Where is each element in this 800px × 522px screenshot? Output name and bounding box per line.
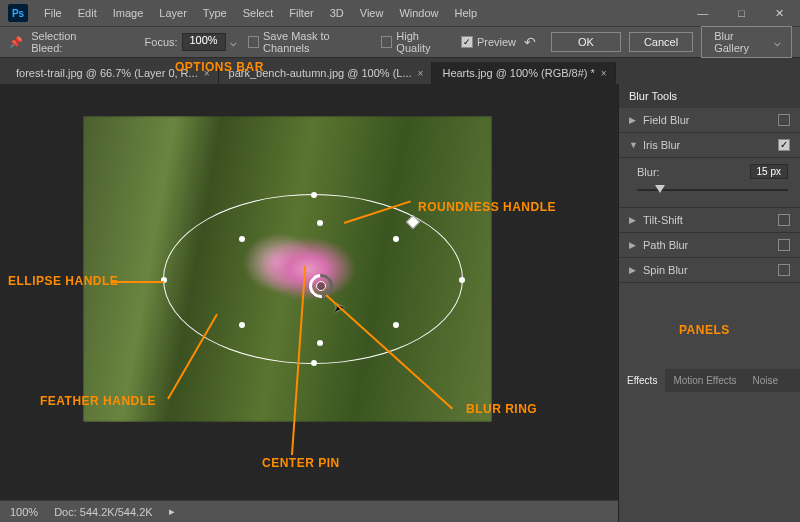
- chevron-right-icon[interactable]: ▸: [169, 505, 175, 518]
- anno-ellipse: ELLIPSE HANDLE: [8, 274, 118, 288]
- cancel-button[interactable]: Cancel: [629, 32, 693, 52]
- anno-roundness: ROUNDNESS HANDLE: [418, 200, 556, 214]
- ellipse-handle[interactable]: [311, 360, 317, 366]
- tab-close-icon[interactable]: ×: [418, 68, 424, 79]
- tab-hearts[interactable]: Hearts.jpg @ 100% (RGB/8#) *×: [432, 62, 615, 84]
- anno-blur-ring: BLUR RING: [466, 402, 537, 416]
- panel-title: Blur Tools: [619, 84, 800, 108]
- chevron-down-icon: ⌵: [774, 36, 781, 49]
- maximize-icon[interactable]: □: [730, 3, 753, 24]
- menu-help[interactable]: Help: [447, 3, 486, 23]
- status-bar: 100% Doc: 544.2K/544.2K ▸: [0, 500, 618, 522]
- focus-dropdown-icon[interactable]: ⌵: [230, 36, 240, 49]
- bottom-panel-tabs: Effects Motion Effects Noise: [619, 369, 800, 392]
- bottom-panel-body: [619, 392, 800, 522]
- tab-close-icon[interactable]: ×: [601, 68, 607, 79]
- menubar: Ps File Edit Image Layer Type Select Fil…: [0, 0, 800, 26]
- preview-checkbox[interactable]: ✓Preview: [461, 36, 516, 48]
- field-blur-accordion[interactable]: ▶Field Blur: [619, 108, 800, 133]
- tab-effects[interactable]: Effects: [619, 369, 665, 392]
- focus-label: Focus:: [145, 36, 178, 48]
- pin-center[interactable]: [316, 281, 326, 291]
- focus-input[interactable]: 100%: [182, 33, 226, 51]
- menu-type[interactable]: Type: [195, 3, 235, 23]
- anno-feather: FEATHER HANDLE: [40, 394, 156, 408]
- slider-thumb[interactable]: [655, 185, 665, 193]
- save-mask-checkbox[interactable]: Save Mask to Channels: [248, 30, 373, 54]
- doc-size: 544.2K/544.2K: [80, 506, 153, 518]
- ok-button[interactable]: OK: [551, 32, 621, 52]
- blur-slider[interactable]: [637, 183, 788, 197]
- tab-motion[interactable]: Motion Effects: [665, 369, 744, 392]
- menu-image[interactable]: Image: [105, 3, 152, 23]
- spin-blur-accordion[interactable]: ▶Spin Blur: [619, 258, 800, 283]
- anno-center-pin: CENTER PIN: [262, 456, 340, 470]
- menu-view[interactable]: View: [352, 3, 392, 23]
- ellipse-handle[interactable]: [311, 192, 317, 198]
- menu-edit[interactable]: Edit: [70, 3, 105, 23]
- menu-filter[interactable]: Filter: [281, 3, 321, 23]
- menu-3d[interactable]: 3D: [322, 3, 352, 23]
- iris-blur-accordion[interactable]: ▼Iris Blur: [619, 133, 800, 158]
- canvas[interactable]: ➤: [83, 116, 492, 422]
- blur-gallery-dropdown[interactable]: Blur Gallery⌵: [701, 26, 792, 58]
- selection-bleed-label: Selection Bleed:: [31, 30, 106, 54]
- feather-handle[interactable]: [239, 236, 245, 242]
- tab-noise[interactable]: Noise: [745, 369, 787, 392]
- options-bar: 📌 Selection Bleed: Focus: 100% ⌵ Save Ma…: [0, 26, 800, 58]
- menu-select[interactable]: Select: [235, 3, 282, 23]
- high-quality-checkbox[interactable]: High Quality: [381, 30, 453, 54]
- minimize-icon[interactable]: —: [689, 3, 716, 24]
- window-controls: — □ ✕: [689, 3, 792, 24]
- center-pin[interactable]: [309, 274, 333, 298]
- anno-panels: PANELS: [679, 323, 730, 337]
- tilt-shift-accordion[interactable]: ▶Tilt-Shift: [619, 208, 800, 233]
- pin-icon[interactable]: 📌: [8, 34, 23, 50]
- feather-handle[interactable]: [317, 220, 323, 226]
- close-icon[interactable]: ✕: [767, 3, 792, 24]
- feather-handle[interactable]: [239, 322, 245, 328]
- feather-handle[interactable]: [393, 322, 399, 328]
- feather-handle[interactable]: [317, 340, 323, 346]
- panels: Blur Tools ▶Field Blur ▼Iris Blur Blur:1…: [618, 84, 800, 522]
- ellipse-handle[interactable]: [459, 277, 465, 283]
- anno-options-bar-global: OPTIONS BAR: [175, 60, 264, 74]
- menu-layer[interactable]: Layer: [151, 3, 195, 23]
- zoom-level[interactable]: 100%: [10, 506, 38, 518]
- path-blur-accordion[interactable]: ▶Path Blur: [619, 233, 800, 258]
- menu-file[interactable]: File: [36, 3, 70, 23]
- reset-icon[interactable]: ↶: [524, 34, 543, 50]
- blur-label: Blur:: [637, 166, 660, 178]
- document-tabs: forest-trail.jpg @ 66.7% (Layer 0, R...×…: [0, 58, 800, 84]
- app-logo: Ps: [8, 4, 28, 22]
- canvas-area: ➤ OPTIONS BAR ROUNDNESS HANDLE ELLIPSE H…: [0, 84, 618, 522]
- blur-value-input[interactable]: 15 px: [750, 164, 788, 179]
- feather-handle[interactable]: [393, 236, 399, 242]
- menu-window[interactable]: Window: [391, 3, 446, 23]
